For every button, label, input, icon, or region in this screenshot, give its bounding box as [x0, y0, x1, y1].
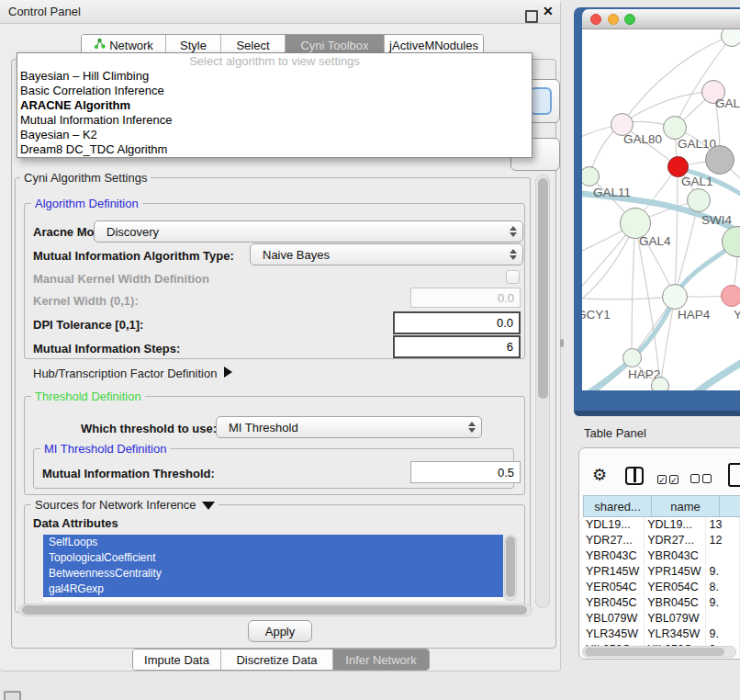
table-row[interactable]: YLR345WYLR345W9. — [583, 627, 740, 642]
algorithm-option-mutual-information-inference[interactable]: Mutual Information Inference — [17, 113, 532, 128]
which-threshold-value: MI Threshold — [229, 421, 298, 435]
attribute-item-gal4rgexp[interactable]: gal4RGexp — [43, 581, 503, 597]
hub-definition-label: Hub/Transcription Factor Definition — [33, 367, 217, 380]
tab-label: jActiveMNodules — [389, 39, 478, 52]
attributes-scrollbar-thumb[interactable] — [506, 536, 515, 597]
algorithm-option-aracne-algorithm[interactable]: ARACNE Algorithm — [17, 98, 532, 113]
table-panel-title: Table Panel — [584, 426, 646, 440]
table-cell: YBR043C — [645, 548, 706, 564]
network-node-label: GAL11 — [593, 186, 631, 199]
network-node-y[interactable] — [721, 285, 740, 307]
table-hscrollbar-thumb[interactable] — [585, 648, 724, 656]
select-all-rows-icon[interactable]: ✓✓ — [657, 470, 681, 487]
minimize-window-button[interactable] — [608, 14, 619, 25]
table-body: YDL19...YDL19...13YDR27...YDR27...12YBR0… — [583, 517, 740, 658]
network-node-hap4[interactable] — [662, 284, 688, 310]
sources-group-header[interactable]: Sources for Network Inference — [31, 498, 219, 512]
float-panel-icon[interactable] — [525, 10, 538, 23]
data-attributes-list: SelfLoopsTopologicalCoefficientBetweenne… — [43, 535, 503, 601]
table-row[interactable]: YDL19...YDL19...13 — [583, 517, 740, 533]
mi-type-value: Naive Bayes — [263, 248, 330, 262]
attribute-item-topologicalcoefficient[interactable]: TopologicalCoefficient — [43, 550, 503, 566]
settings-scrollbar-thumb[interactable] — [538, 178, 548, 399]
algorithm-dropdown-list: Select algorithm to view settings Bayesi… — [17, 52, 533, 158]
zoom-window-button[interactable] — [624, 14, 635, 25]
algorithm-option-basic-correlation-inference[interactable]: Basic Correlation Inference — [17, 84, 532, 98]
tab-label: Discretize Data — [236, 653, 317, 667]
close-panel-icon[interactable]: ✕ — [543, 4, 554, 18]
dpi-tolerance-field[interactable] — [393, 311, 521, 334]
network-node-label: GAL4 — [639, 234, 671, 248]
apply-button-label: Apply — [265, 625, 296, 638]
which-threshold-select[interactable]: MI Threshold — [216, 416, 482, 438]
control-panel-title: Control Panel — [8, 5, 81, 18]
tab-infer-network[interactable]: Infer Network — [333, 649, 429, 670]
kernel-width-label: Kernel Width (0,1): — [33, 294, 139, 308]
table-settings-gear-icon[interactable]: ⚙ — [592, 465, 607, 485]
data-attributes-label: Data Attributes — [33, 516, 118, 530]
mi-type-select[interactable]: Naive Bayes — [250, 243, 523, 265]
table-row[interactable]: YDR27...YDR27...12 — [583, 533, 740, 548]
network-window-titlebar[interactable] — [582, 9, 740, 29]
table-cell: YDR27... — [583, 533, 645, 548]
export-table-icon[interactable] — [728, 463, 740, 487]
table-cell: YER054C — [583, 580, 645, 595]
mi-threshold-label: Mutual Information Threshold: — [42, 467, 215, 480]
manual-kernel-label: Manual Kernel Width Definition — [33, 272, 209, 286]
attribute-item-betweennesscentrality[interactable]: BetweennessCentrality — [43, 566, 503, 581]
threshold-definition-title: Threshold Definition — [31, 390, 145, 403]
network-node[interactable] — [651, 377, 669, 390]
column-header-name[interactable]: name — [651, 495, 719, 517]
algorithm-option-bayesian-hill-climbing[interactable]: Bayesian – Hill Climbing — [17, 69, 532, 84]
focused-spinner-fragment[interactable] — [530, 87, 552, 115]
manual-kernel-checkbox[interactable] — [506, 270, 520, 284]
table-cell: YBR045C — [645, 595, 706, 611]
network-node-label: Y — [734, 308, 740, 322]
attribute-item-selfloops[interactable]: SelfLoops — [43, 535, 503, 550]
stepper-arrows-icon — [509, 248, 516, 261]
network-node-label: SWI4 — [701, 213, 732, 227]
table-row[interactable]: YBR043CYBR043C — [583, 548, 740, 564]
table-cell: 9. — [706, 564, 740, 580]
close-window-button[interactable] — [590, 14, 601, 25]
mi-steps-label: Mutual Information Steps: — [33, 342, 180, 356]
tab-impute-data[interactable]: Impute Data — [133, 649, 221, 670]
table-row[interactable]: YER054CYER054C8. — [583, 580, 740, 595]
dpi-tolerance-label: DPI Tolerance [0,1]: — [33, 318, 143, 332]
column-header-shared[interactable]: shared... — [583, 495, 651, 517]
network-canvas[interactable]: GALGAL80GAL10GAL1GAL11SWI4GAL4GCY1HAP4YH… — [582, 29, 740, 390]
network-node-label: GAL — [715, 96, 740, 110]
table-row[interactable]: YBL079WYBL079W — [583, 611, 740, 627]
network-node-label: HAP4 — [678, 308, 710, 322]
network-node-label: GCY1 — [582, 308, 611, 322]
settings-hscrollbar-thumb[interactable] — [22, 605, 527, 615]
network-node-swi4[interactable] — [687, 188, 711, 212]
table-cell — [706, 548, 740, 564]
table-cell: 13 — [706, 517, 740, 533]
minimized-panel-icon[interactable] — [4, 691, 21, 700]
column-visibility-icon[interactable] — [625, 467, 644, 485]
algorithm-option-dream8-dc-tdc-algorithm[interactable]: Dream8 DC_TDC Algorithm — [17, 142, 532, 157]
algorithm-option-bayesian-k2[interactable]: Bayesian – K2 — [17, 128, 532, 142]
table-row[interactable]: YBR045CYBR045C9. — [583, 595, 740, 611]
mi-threshold-group-title: MI Threshold Definition — [40, 442, 170, 456]
mi-threshold-field[interactable] — [410, 461, 521, 483]
table-row[interactable]: YPR145WYPR145W9. — [583, 564, 740, 580]
panel-splitter-grip[interactable] — [560, 339, 564, 347]
network-node-hap2[interactable] — [622, 348, 642, 367]
tab-discretize-data[interactable]: Discretize Data — [221, 649, 333, 670]
table-cell: 9. — [706, 627, 740, 642]
deselect-all-rows-icon[interactable] — [690, 470, 714, 487]
algorithm-dropdown-placeholder: Select algorithm to view settings — [17, 53, 532, 69]
apply-button[interactable]: Apply — [248, 620, 312, 642]
table-cell: 8. — [706, 580, 740, 595]
mi-type-label: Mutual Information Algorithm Type: — [33, 249, 234, 263]
kernel-width-field[interactable] — [410, 288, 521, 308]
hub-definition-expander[interactable]: Hub/Transcription Factor Definition — [33, 367, 232, 380]
mi-steps-field[interactable] — [393, 335, 521, 358]
application-window: Control Panel ✕ NetworkStyleSelectCyni T… — [0, 0, 740, 700]
column-header-hidden[interactable] — [719, 495, 740, 517]
aracne-mode-select[interactable]: Discovery — [94, 220, 523, 243]
table-cell: YDR27... — [645, 533, 706, 548]
network-node[interactable] — [705, 145, 734, 175]
